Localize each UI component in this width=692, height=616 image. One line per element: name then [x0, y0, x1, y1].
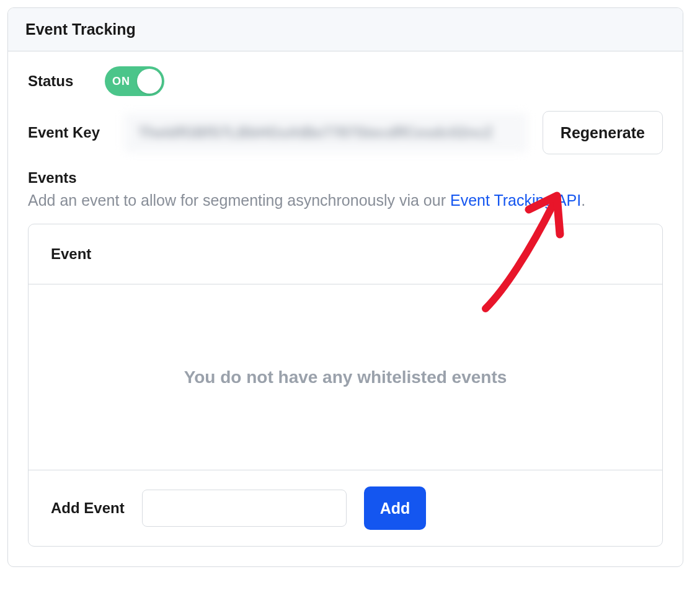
- events-table-header-label: Event: [51, 245, 640, 263]
- add-event-input[interactable]: [142, 490, 347, 527]
- event-tracking-panel: Event Tracking Status ON Event Key TheId…: [7, 7, 683, 567]
- regenerate-button[interactable]: Regenerate: [543, 111, 663, 154]
- event-tracking-api-link[interactable]: Event Tracking API: [450, 191, 581, 209]
- events-description: Add an event to allow for segmenting asy…: [28, 189, 663, 211]
- events-description-prefix: Add an event to allow for segmenting asy…: [28, 191, 450, 209]
- events-description-suffix: .: [581, 191, 585, 209]
- events-table-header: Event: [29, 224, 662, 284]
- panel-body: Status ON Event Key TheIdfGBfS7LBbHGsAtB…: [8, 51, 683, 566]
- status-toggle[interactable]: ON: [105, 66, 164, 96]
- events-table-footer: Add Event Add: [29, 470, 662, 546]
- events-heading: Events: [28, 169, 663, 187]
- events-table-empty: You do not have any whitelisted events: [29, 284, 662, 470]
- toggle-on-text: ON: [112, 75, 130, 88]
- panel-title: Event Tracking: [25, 20, 665, 38]
- events-empty-message: You do not have any whitelisted events: [184, 367, 507, 387]
- toggle-knob: [137, 69, 162, 94]
- add-event-label: Add Event: [51, 499, 125, 517]
- event-key-value: TheIdfGBfS7LBbHGsAtBe7787StecdflCesdc02n…: [123, 113, 528, 152]
- events-table: Event You do not have any whitelisted ev…: [28, 224, 663, 547]
- status-row: Status ON: [28, 66, 663, 96]
- add-event-button[interactable]: Add: [364, 486, 427, 530]
- event-key-row: Event Key TheIdfGBfS7LBbHGsAtBe7787Stecd…: [28, 111, 663, 154]
- status-label: Status: [28, 73, 90, 90]
- panel-header: Event Tracking: [8, 8, 683, 51]
- event-key-label: Event Key: [28, 124, 109, 141]
